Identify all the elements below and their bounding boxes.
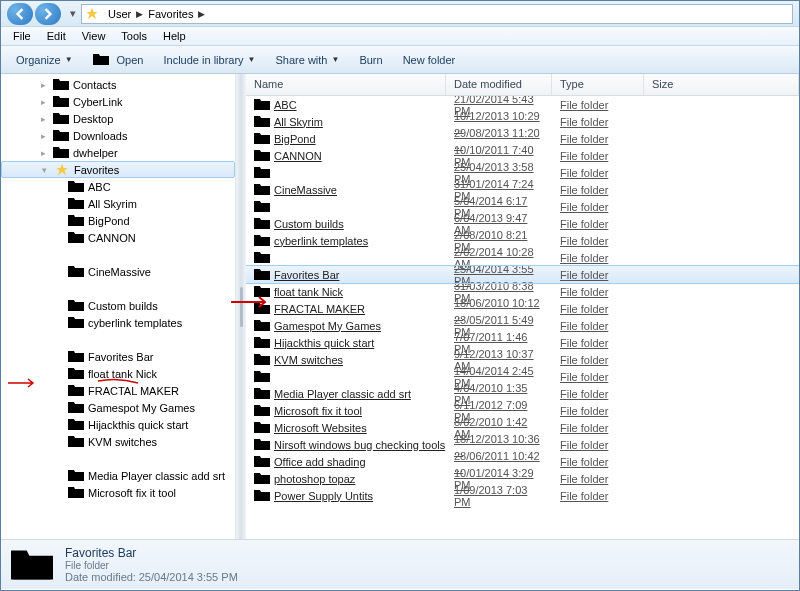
toolbar: Organize▼ Open Include in library▼ Share… <box>1 46 799 74</box>
content-area: ▸Contacts▸CyberLink▸Desktop▸Downloads▸dw… <box>1 74 799 539</box>
tree-item[interactable]: ▸Desktop <box>1 110 235 127</box>
tree-item[interactable]: CineMassive <box>1 263 235 280</box>
file-list[interactable]: Name Date modified Type Size ABC21/02/20… <box>246 74 799 539</box>
tree-item[interactable]: Microsoft fix it tool <box>1 484 235 501</box>
tree-label: CineMassive <box>88 266 151 278</box>
favorites-icon <box>84 7 100 20</box>
folder-icon <box>254 200 270 213</box>
folder-icon <box>254 370 270 383</box>
menu-help[interactable]: Help <box>155 28 194 44</box>
menu-file[interactable]: File <box>5 28 39 44</box>
new-folder-button[interactable]: New folder <box>394 51 465 69</box>
tree-label: ABC <box>88 181 111 193</box>
tree-label: Hijackthis quick start <box>88 419 188 431</box>
expand-arrow-icon[interactable]: ▸ <box>41 80 53 90</box>
tree-label: Favorites <box>74 164 119 176</box>
folder-icon <box>254 115 270 128</box>
chevron-right-icon[interactable]: ▶ <box>135 9 144 19</box>
file-type: File folder <box>552 116 644 128</box>
tree-item[interactable]: Custom builds <box>1 297 235 314</box>
file-type: File folder <box>552 337 644 349</box>
column-date[interactable]: Date modified <box>446 74 552 95</box>
tree-item[interactable] <box>1 331 235 348</box>
burn-button[interactable]: Burn <box>350 51 391 69</box>
folder-icon <box>254 421 270 434</box>
open-button[interactable]: Open <box>84 50 153 69</box>
tree-item[interactable] <box>1 246 235 263</box>
tree-item[interactable]: ▸dwhelper <box>1 144 235 161</box>
folder-icon <box>254 268 270 281</box>
folder-icon <box>254 438 270 451</box>
file-type: File folder <box>552 218 644 230</box>
expand-arrow-icon[interactable]: ▸ <box>41 148 53 158</box>
tree-label: Custom builds <box>88 300 158 312</box>
folder-icon <box>254 336 270 349</box>
column-type[interactable]: Type <box>552 74 644 95</box>
tree-item[interactable]: ▸CyberLink <box>1 93 235 110</box>
folder-icon <box>254 217 270 230</box>
back-button[interactable] <box>7 3 33 25</box>
forward-button[interactable] <box>35 3 61 25</box>
file-name: FRACTAL MAKER <box>274 303 365 315</box>
file-name: photoshop topaz <box>274 473 355 485</box>
column-name[interactable]: Name <box>246 74 446 95</box>
folder-icon <box>254 489 270 502</box>
nav-history-dropdown[interactable]: ▾ <box>67 4 79 24</box>
address-bar[interactable]: User ▶ Favorites ▶ <box>81 4 793 24</box>
list-row[interactable]: Power Supply Untits1/09/2013 7:03 PMFile… <box>246 487 799 504</box>
folder-icon <box>254 472 270 485</box>
file-type: File folder <box>552 99 644 111</box>
breadcrumb-segment[interactable]: User <box>104 5 135 23</box>
tree-item[interactable] <box>1 450 235 467</box>
file-name: CineMassive <box>274 184 337 196</box>
file-name: float tank Nick <box>274 286 343 298</box>
menu-tools[interactable]: Tools <box>113 28 155 44</box>
navigation-tree[interactable]: ▸Contacts▸CyberLink▸Desktop▸Downloads▸dw… <box>1 74 236 539</box>
folder-icon <box>254 302 270 315</box>
expand-arrow-icon[interactable]: ▾ <box>42 165 54 175</box>
tree-item[interactable]: Gamespot My Games <box>1 399 235 416</box>
folder-icon <box>254 455 270 468</box>
folder-icon <box>254 183 270 196</box>
tree-item[interactable]: ▸Downloads <box>1 127 235 144</box>
breadcrumb-segment[interactable]: Favorites <box>144 5 197 23</box>
file-type: File folder <box>552 184 644 196</box>
organize-button[interactable]: Organize▼ <box>7 51 82 69</box>
tree-item[interactable]: Favorites Bar <box>1 348 235 365</box>
tree-label: Microsoft fix it tool <box>88 487 176 499</box>
column-size[interactable]: Size <box>644 74 799 95</box>
menu-view[interactable]: View <box>74 28 114 44</box>
menubar: File Edit View Tools Help <box>1 26 799 46</box>
menu-edit[interactable]: Edit <box>39 28 74 44</box>
file-type: File folder <box>552 303 644 315</box>
expand-arrow-icon[interactable]: ▸ <box>41 131 53 141</box>
tree-label: CyberLink <box>73 96 123 108</box>
tree-item[interactable]: All Skyrim <box>1 195 235 212</box>
expand-arrow-icon[interactable]: ▸ <box>41 97 53 107</box>
tree-item[interactable]: float tank Nick <box>1 365 235 382</box>
tree-item[interactable]: Media Player classic add srt <box>1 467 235 484</box>
tree-item[interactable]: ▸Contacts <box>1 76 235 93</box>
tree-item[interactable]: CANNON <box>1 229 235 246</box>
file-name: BigPond <box>274 133 316 145</box>
file-type: File folder <box>552 320 644 332</box>
tree-item[interactable] <box>1 280 235 297</box>
tree-item[interactable]: cyberlink templates <box>1 314 235 331</box>
file-type: File folder <box>552 133 644 145</box>
tree-item[interactable]: ABC <box>1 178 235 195</box>
file-name: cyberlink templates <box>274 235 368 247</box>
tree-item[interactable]: FRACTAL MAKER <box>1 382 235 399</box>
tree-item[interactable]: Hijackthis quick start <box>1 416 235 433</box>
include-library-button[interactable]: Include in library▼ <box>154 51 264 69</box>
share-with-button[interactable]: Share with▼ <box>267 51 349 69</box>
tree-item[interactable]: ▾Favorites <box>1 161 235 178</box>
chevron-right-icon[interactable]: ▶ <box>197 9 206 19</box>
expand-arrow-icon[interactable]: ▸ <box>41 114 53 124</box>
file-type: File folder <box>552 388 644 400</box>
file-name: All Skyrim <box>274 116 323 128</box>
splitter[interactable] <box>236 74 246 539</box>
tree-item[interactable]: BigPond <box>1 212 235 229</box>
folder-icon <box>254 166 270 179</box>
tree-item[interactable]: KVM switches <box>1 433 235 450</box>
file-type: File folder <box>552 354 644 366</box>
